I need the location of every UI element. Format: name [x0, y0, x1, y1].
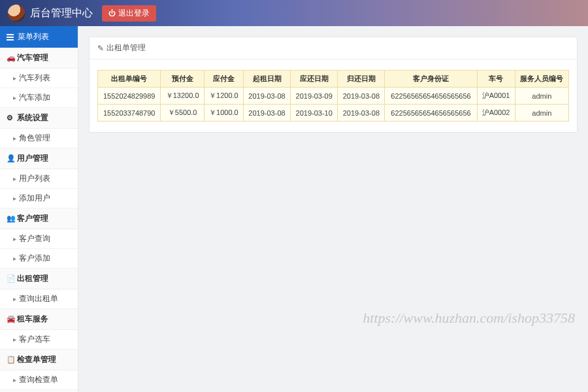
- caret-icon: ▸: [13, 195, 16, 202]
- sidebar-item[interactable]: ▸查询检查单: [0, 370, 78, 390]
- group-icon: 🚘: [7, 315, 13, 323]
- table-cell: 1552024829989: [98, 88, 161, 105]
- sidebar-item-label: 客户选车: [19, 334, 50, 345]
- table-cell: 2019-03-08: [338, 88, 385, 105]
- sidebar-item[interactable]: ▸客户查询: [0, 229, 78, 249]
- sidebar-item-label: 客户查询: [19, 233, 50, 244]
- table-cell: 2019-03-08: [243, 88, 290, 105]
- group-label: 租车服务: [17, 314, 48, 325]
- table-cell: ￥1200.0: [204, 88, 243, 105]
- power-icon: ⏻: [108, 9, 116, 17]
- table-cell: 1552033748790: [98, 105, 161, 122]
- sidebar-item-label: 查询检查单: [19, 374, 58, 385]
- sidebar: 菜单列表 🚗汽车管理▸汽车列表▸汽车添加⚙系统设置▸角色管理👤用户管理▸用户列表…: [0, 26, 78, 392]
- table-cell: admin: [515, 88, 568, 105]
- sidebar-group[interactable]: 👥客户管理: [0, 208, 78, 229]
- group-label: 用户管理: [17, 153, 48, 164]
- group-label: 系统设置: [17, 112, 48, 123]
- sidebar-item-label: 客户添加: [19, 253, 50, 264]
- table-cell: 2019-03-10: [291, 105, 338, 122]
- sidebar-item[interactable]: ▸客户选车: [0, 330, 78, 350]
- caret-icon: ▸: [13, 135, 16, 142]
- sidebar-item-label: 用户列表: [19, 173, 50, 184]
- sidebar-group[interactable]: 🚗汽车管理: [0, 48, 78, 69]
- table-cell: 62256565654656565656: [385, 105, 477, 122]
- group-label: 出租管理: [17, 273, 48, 284]
- app-title: 后台管理中心: [30, 7, 93, 20]
- group-icon: 📄: [7, 274, 13, 283]
- table-cell: 沪A0001: [477, 88, 515, 105]
- panel-title-bar: ✎ 出租单管理: [90, 37, 577, 59]
- watermark: https://www.huzhan.com/ishop33758: [363, 310, 575, 327]
- logout-label: 退出登录: [118, 8, 150, 19]
- caret-icon: ▸: [13, 295, 16, 302]
- column-header: 服务人员编号: [515, 71, 568, 88]
- avatar: [8, 5, 25, 22]
- rental-panel: ✎ 出租单管理 出租单编号预付金应付金起租日期应还日期归还日期客户身份证车号服务…: [89, 37, 578, 133]
- group-icon: 👤: [7, 154, 13, 163]
- caret-icon: ▸: [13, 255, 16, 262]
- column-header: 应还日期: [291, 71, 338, 88]
- sidebar-item[interactable]: ▸汽车列表: [0, 69, 78, 88]
- panel-title: 出租单管理: [106, 42, 146, 54]
- hamburger-icon: [7, 34, 14, 41]
- sidebar-group[interactable]: 📋检查单管理: [0, 350, 78, 370]
- table-cell: 沪A0002: [477, 105, 515, 122]
- sidebar-item[interactable]: ▸客户添加: [0, 249, 78, 269]
- caret-icon: ▸: [13, 235, 16, 242]
- sidebar-item-label: 角色管理: [19, 133, 50, 144]
- sidebar-group[interactable]: 👤用户管理: [0, 148, 78, 169]
- sidebar-item[interactable]: ▸查询出租单: [0, 289, 78, 309]
- sidebar-item-label: 汽车列表: [19, 73, 50, 84]
- caret-icon: ▸: [13, 74, 16, 82]
- sidebar-item-label: 查询出租单: [19, 293, 58, 304]
- sidebar-item[interactable]: ▸汽车添加: [0, 88, 78, 108]
- group-icon: ⚙: [7, 114, 13, 122]
- group-label: 客户管理: [17, 213, 48, 224]
- table-cell: 2019-03-08: [243, 105, 290, 122]
- group-icon: 📋: [7, 355, 13, 364]
- group-icon: 🚗: [7, 54, 13, 62]
- table-row: 1552024829989￥13200.0￥1200.02019-03-0820…: [98, 88, 569, 105]
- caret-icon: ▸: [13, 175, 16, 182]
- column-header: 预付金: [161, 71, 204, 88]
- sidebar-item[interactable]: ▸添加用户: [0, 189, 78, 208]
- edit-icon: ✎: [97, 44, 104, 53]
- caret-icon: ▸: [13, 376, 16, 384]
- table-cell: 2019-03-09: [291, 88, 338, 105]
- logout-button[interactable]: ⏻ 退出登录: [102, 5, 156, 22]
- sidebar-heading: 菜单列表: [0, 26, 78, 48]
- table-cell: admin: [515, 105, 568, 122]
- sidebar-item-label: 添加用户: [19, 193, 50, 204]
- app-header: 后台管理中心 ⏻ 退出登录: [0, 0, 588, 26]
- table-cell: ￥13200.0: [161, 88, 204, 105]
- sidebar-item-label: 汽车添加: [19, 92, 50, 103]
- group-label: 检查单管理: [17, 354, 56, 365]
- sidebar-group[interactable]: ⚙系统设置: [0, 108, 78, 129]
- sidebar-group[interactable]: 🚘租车服务: [0, 309, 78, 330]
- sidebar-group[interactable]: 📄出租管理: [0, 269, 78, 289]
- column-header: 车号: [477, 71, 515, 88]
- sidebar-item[interactable]: ▸角色管理: [0, 129, 78, 148]
- table-cell: 62256565654656565656: [385, 88, 477, 105]
- column-header: 起租日期: [243, 71, 290, 88]
- group-icon: 👥: [7, 214, 13, 223]
- group-label: 汽车管理: [17, 52, 48, 63]
- column-header: 应付金: [204, 71, 243, 88]
- table-cell: ￥5500.0: [161, 105, 204, 122]
- table-cell: ￥1000.0: [204, 105, 243, 122]
- column-header: 出租单编号: [98, 71, 161, 88]
- caret-icon: ▸: [13, 94, 16, 101]
- column-header: 客户身份证: [385, 71, 477, 88]
- main-content: ✎ 出租单管理 出租单编号预付金应付金起租日期应还日期归还日期客户身份证车号服务…: [78, 26, 588, 392]
- column-header: 归还日期: [338, 71, 385, 88]
- table-row: 1552033748790￥5500.0￥1000.02019-03-08201…: [98, 105, 569, 122]
- caret-icon: ▸: [13, 336, 16, 343]
- sidebar-item[interactable]: ▸用户列表: [0, 169, 78, 189]
- table-cell: 2019-03-08: [338, 105, 385, 122]
- rental-table: 出租单编号预付金应付金起租日期应还日期归还日期客户身份证车号服务人员编号 155…: [97, 70, 569, 122]
